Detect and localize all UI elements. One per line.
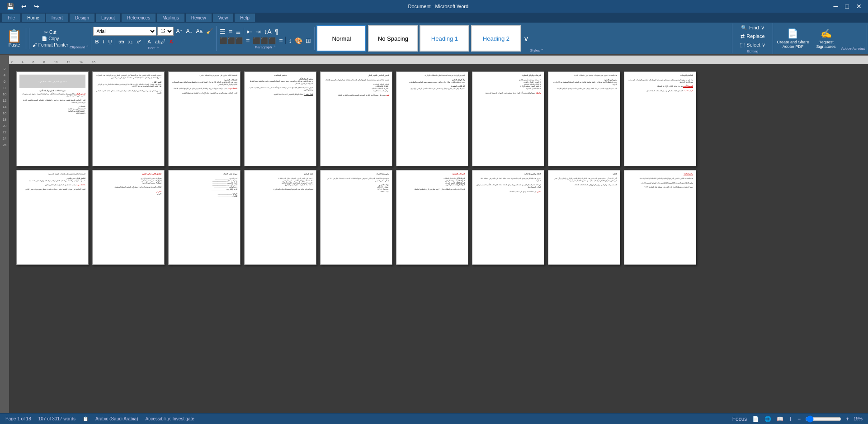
numbering-btn[interactable]: ≡ <box>227 28 234 36</box>
accessibility-label: Accessibility: Investigate <box>146 416 194 421</box>
page-12-content: نموذج طلب الاعتماد: اسم النادي: ________… <box>171 173 237 198</box>
style-no-spacing-btn[interactable]: No Spacing <box>368 25 418 52</box>
page-6[interactable]: النصوص الواردة في هذه الصفحة تتعلق بالمت… <box>396 71 468 166</box>
page-18[interactable]: ملاحق إضافية: هذه الصفحة الأخيرة تتضمن ا… <box>624 170 696 265</box>
strikethrough-button[interactable]: ab <box>117 38 126 46</box>
page-16[interactable]: الأحكام والشروط العامة: تسري هذه الأحكام… <box>472 170 544 265</box>
replace-button[interactable]: ⇄ Replace <box>738 33 767 40</box>
page-3[interactable]: الصفحة الثالثة تحتوي على نصوص عربية تفصي… <box>168 71 241 166</box>
page-1[interactable]: اتحاد كرة القدم فى منطقة مكة المكرمة تقي… <box>16 71 89 166</box>
quick-save-btn[interactable]: 💾 <box>4 2 17 11</box>
italic-button[interactable]: I <box>101 38 106 46</box>
page-11[interactable]: الملحق الثاني: جداول التقييم جدول ١: معا… <box>92 170 165 265</box>
page-5[interactable]: المحور الخامس: التقييم المالي يتضمن هذا … <box>320 71 392 166</box>
borders-btn[interactable]: ⊞ <box>304 37 312 45</box>
bold-button[interactable]: B <box>93 38 100 46</box>
change-case-btn[interactable]: Aa <box>194 28 204 35</box>
request-signatures-button[interactable]: ✍ Request Signatures <box>814 26 837 51</box>
zoom-out-btn[interactable]: − <box>797 415 802 423</box>
style-heading1-btn[interactable]: Heading 1 <box>420 25 469 52</box>
page-4[interactable]: محاضر الاجتماعات محضر الاجتماع الأول: تم… <box>244 71 316 166</box>
paste-button[interactable]: 📋 Paste <box>3 28 26 49</box>
page-2[interactable]: محتوى الصفحة الثانية يتضمن نصاً عربياً م… <box>92 71 165 166</box>
text-effects-btn[interactable]: A <box>146 38 152 46</box>
tab-mailings[interactable]: Mailings <box>156 13 185 22</box>
read-mode-btn[interactable]: 📖 <box>776 415 784 423</box>
tab-design[interactable]: Design <box>69 13 95 22</box>
minimize-btn[interactable]: ─ <box>831 2 841 11</box>
grow-font-btn[interactable]: A↑ <box>175 28 184 35</box>
styles-expand-btn[interactable]: ∨ <box>523 33 530 44</box>
select-icon: ⬚ <box>740 42 745 48</box>
show-hide-btn[interactable]: ¶ <box>274 28 280 36</box>
increase-indent-btn[interactable]: ⇥ <box>254 28 262 36</box>
line-spacing-btn[interactable]: ↕ <box>287 37 293 45</box>
style-heading2-btn[interactable]: Heading 2 <box>471 25 521 52</box>
tab-insert[interactable]: Insert <box>46 13 69 22</box>
tab-home[interactable]: Home <box>21 13 45 22</box>
undo-btn[interactable]: ↩ <box>19 2 29 11</box>
print-layout-btn[interactable]: 📄 <box>751 415 760 423</box>
word-count: 107 of 3017 words <box>38 416 75 421</box>
font-format-row: B I U ab x₂ x² A ab🖊 A <box>93 38 175 46</box>
superscript-button[interactable]: x² <box>135 38 142 46</box>
align-left-btn[interactable]: ⬛⬛⬛ <box>218 37 244 45</box>
page-15[interactable]: الإجراءات التنفيذية: المرحلة الأولى: است… <box>396 170 468 265</box>
web-layout-btn[interactable]: 🌐 <box>764 415 772 423</box>
select-button[interactable]: ⬚ Select ∨ <box>737 41 768 49</box>
font-size-select[interactable]: 12 11 14 <box>157 27 174 36</box>
shrink-font-btn[interactable]: A↓ <box>184 28 193 35</box>
font-group: Arial Times New Roman 12 11 14 A↑ A↓ Aa … <box>91 26 217 51</box>
highlight-btn[interactable]: ab🖊 <box>153 38 167 46</box>
replace-icon: ⇄ <box>741 33 745 39</box>
font-name-select[interactable]: Arial Times New Roman <box>93 27 156 36</box>
tab-review[interactable]: Review <box>185 13 212 22</box>
page-9-content: الخاتمة والتوصيات: بناءً على ما سبق ذكره… <box>627 75 693 92</box>
zoom-in-btn[interactable]: + <box>845 415 850 423</box>
tab-view[interactable]: View <box>212 13 234 22</box>
zoom-slider[interactable] <box>805 415 841 423</box>
font-label: Font ⌃ <box>93 46 214 50</box>
page-5-content: المحور الخامس: التقييم المالي يتضمن هذا … <box>323 75 389 97</box>
page-9[interactable]: الخاتمة والتوصيات: بناءً على ما سبق ذكره… <box>624 71 696 166</box>
shading-btn[interactable]: 🎨 <box>293 37 304 45</box>
tab-help[interactable]: Help <box>234 13 255 22</box>
page-11-content: الملحق الثاني: جداول التقييم جدول ١: معا… <box>95 173 161 195</box>
page-17[interactable]: الختام: يأمل الاتحاد أن تستفيد جميع الأن… <box>548 170 620 265</box>
document-area[interactable]: اتحاد كرة القدم فى منطقة مكة المكرمة تقي… <box>9 64 868 413</box>
page-14[interactable]: معايير منح الاعتماد: تمنح شهادة الاعتماد… <box>320 170 392 265</box>
clear-format-btn[interactable]: 🧹 <box>205 28 214 35</box>
find-button[interactable]: 🔍 Find ∨ <box>738 24 767 32</box>
sort-btn[interactable]: ↕A <box>263 28 273 36</box>
paragraph-label: Paragraph ⌃ <box>218 45 312 49</box>
copy-button[interactable]: 📄 Copy <box>31 36 70 42</box>
align-center-btn[interactable]: ≡ <box>245 37 251 45</box>
underline-button[interactable]: U <box>106 38 113 46</box>
redo-btn[interactable]: ↪ <box>31 2 42 11</box>
bullets-btn[interactable]: ☰ <box>218 28 227 36</box>
style-normal-btn[interactable]: Normal <box>316 25 366 52</box>
page-13-content: قائمة المراجع: • اتحاد كرة القدم الدولي … <box>247 173 313 191</box>
page-7[interactable]: المرفقات والوثائق المطلوبة: ١. نسخة من ع… <box>472 71 544 166</box>
tab-references[interactable]: References <box>121 13 156 22</box>
align-right-btn[interactable]: ⬛⬛⬛ <box>251 37 277 45</box>
focus-button[interactable]: Focus <box>731 415 748 423</box>
format-painter-button[interactable]: 🖌 Format Painter <box>31 42 70 48</box>
page-8[interactable]: هذه الصفحة تحتوي على معلومات إضافية حول … <box>548 71 620 166</box>
justify-btn[interactable]: ≡ <box>278 37 284 45</box>
decrease-indent-btn[interactable]: ⇤ <box>245 28 254 36</box>
tab-layout[interactable]: Layout <box>95 13 121 22</box>
maximize-btn[interactable]: □ <box>843 2 852 11</box>
tab-file[interactable]: File <box>2 13 21 22</box>
close-btn[interactable]: ✕ <box>854 2 864 11</box>
page-13[interactable]: قائمة المراجع: • اتحاد كرة القدم الدولي … <box>244 170 316 265</box>
create-pdf-button[interactable]: 📄 Create and Share Adobe PDF <box>775 26 811 51</box>
subscript-button[interactable]: x₂ <box>127 38 135 46</box>
multilevel-btn[interactable]: ≣ <box>234 28 242 36</box>
cut-button[interactable]: ✂ Cut <box>31 29 70 35</box>
divider: | <box>790 416 791 421</box>
page-12[interactable]: نموذج طلب الاعتماد: اسم النادي: ________… <box>168 170 241 265</box>
font-color-btn[interactable]: A <box>168 38 175 46</box>
page-10[interactable]: الصفحة العاشرة تحتوي على ملحقات الوثيقة … <box>16 170 89 265</box>
page-10-content: الصفحة العاشرة تحتوي على ملحقات الوثيقة … <box>19 173 85 191</box>
